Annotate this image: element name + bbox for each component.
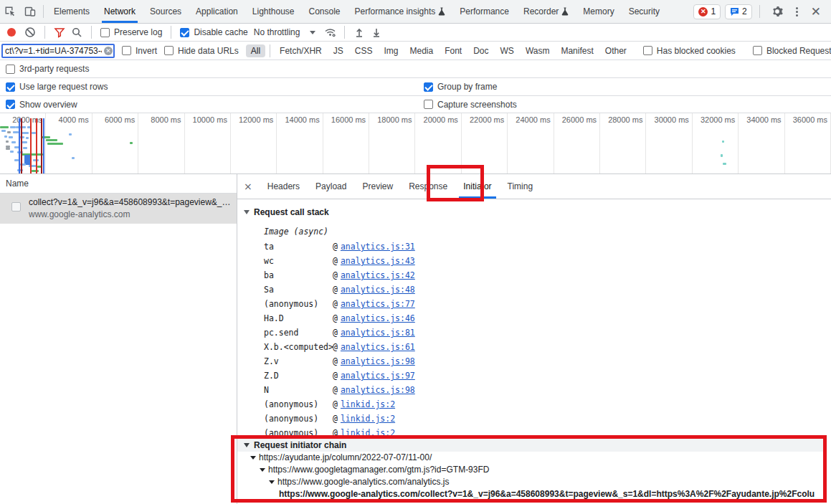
type-filter-css[interactable]: CSS bbox=[350, 44, 378, 57]
inspect-element-icon[interactable] bbox=[0, 2, 20, 21]
type-filter-doc[interactable]: Doc bbox=[468, 44, 493, 57]
frame-source-link[interactable]: analytics.js:31 bbox=[341, 239, 415, 254]
tab-memory[interactable]: Memory bbox=[576, 0, 621, 23]
record-network-log-button[interactable] bbox=[7, 28, 16, 37]
frame-source-link[interactable]: analytics.js:61 bbox=[341, 340, 415, 354]
frame-source-link[interactable]: analytics.js:97 bbox=[341, 369, 415, 383]
use-large-request-rows-option[interactable]: Use large request rows bbox=[6, 82, 108, 92]
group-by-frame-option[interactable]: Group by frame bbox=[424, 82, 497, 92]
frame-source-link[interactable]: analytics.js:42 bbox=[341, 268, 415, 282]
clear-network-log-icon[interactable] bbox=[24, 27, 36, 38]
filter-input[interactable] bbox=[1, 44, 115, 58]
tab-application[interactable]: Application bbox=[189, 0, 245, 23]
type-filter-media[interactable]: Media bbox=[404, 44, 438, 57]
third-party-requests-checkbox[interactable] bbox=[6, 65, 15, 74]
disable-cache-option[interactable]: Disable cache bbox=[180, 27, 247, 37]
tab-security[interactable]: Security bbox=[622, 0, 667, 23]
frame-source-link[interactable]: analytics.js:81 bbox=[341, 325, 415, 340]
hide-data-urls-checkbox[interactable] bbox=[164, 46, 174, 55]
export-har-icon[interactable] bbox=[371, 27, 382, 38]
frame-source-link[interactable]: analytics.js:98 bbox=[341, 354, 415, 369]
request-row-selected[interactable]: collect?v=1&_v=j96&a=458608993&t=pagevie… bbox=[0, 194, 237, 224]
show-overview-checkbox[interactable] bbox=[6, 100, 15, 109]
network-conditions-icon[interactable] bbox=[324, 27, 336, 38]
tab-performance[interactable]: Performance bbox=[452, 0, 516, 23]
tab-elements[interactable]: Elements bbox=[47, 0, 97, 23]
name-column-header[interactable]: Name bbox=[0, 174, 237, 194]
capture-screenshots-option[interactable]: Capture screenshots bbox=[424, 100, 517, 110]
hide-data-urls-option[interactable]: Hide data URLs bbox=[164, 46, 239, 56]
at-symbol: @ bbox=[333, 397, 338, 412]
tab-performance-insights[interactable]: Performance insights bbox=[348, 0, 453, 23]
frame-function: pc.send bbox=[264, 325, 333, 340]
network-overview-timeline[interactable]: 2000 ms4000 ms6000 ms8000 ms10000 ms1200… bbox=[0, 113, 831, 174]
type-filter-other[interactable]: Other bbox=[600, 44, 632, 57]
initiator-chain-header[interactable]: Request initiator chain bbox=[237, 439, 827, 452]
frame-source-link[interactable]: analytics.js:98 bbox=[341, 383, 415, 397]
frame-source-link[interactable]: analytics.js:46 bbox=[341, 311, 415, 325]
close-devtools-icon[interactable]: ✕ bbox=[807, 4, 825, 19]
third-party-requests-option[interactable]: 3rd-party requests bbox=[6, 64, 89, 74]
tab-network[interactable]: Network bbox=[97, 0, 143, 23]
frame-source-link[interactable]: analytics.js:48 bbox=[341, 282, 415, 297]
throttling-dropdown[interactable]: No throttling bbox=[254, 27, 316, 37]
tab-label: Performance insights bbox=[355, 0, 436, 23]
preserve-log-option[interactable]: Preserve log bbox=[100, 27, 162, 37]
more-options-kebab-icon[interactable] bbox=[792, 4, 802, 19]
details-tab-headers[interactable]: Headers bbox=[260, 174, 308, 199]
frame-source-link[interactable]: linkid.js:2 bbox=[341, 397, 395, 412]
type-filter-wasm[interactable]: Wasm bbox=[521, 44, 555, 57]
preserve-log-checkbox[interactable] bbox=[100, 28, 110, 37]
has-blocked-cookies-checkbox[interactable] bbox=[643, 46, 652, 55]
error-count-badge[interactable]: ✕ 1 bbox=[693, 4, 721, 19]
import-har-icon[interactable] bbox=[353, 27, 365, 38]
call-stack-header[interactable]: Request call stack bbox=[244, 207, 831, 217]
type-filter-img[interactable]: Img bbox=[379, 44, 403, 57]
settings-gear-icon[interactable] bbox=[767, 2, 787, 21]
frame-source-link[interactable]: linkid.js:2 bbox=[341, 412, 395, 426]
details-tab-preview[interactable]: Preview bbox=[354, 174, 401, 199]
type-filter-all[interactable]: All bbox=[246, 44, 265, 57]
frame-source-link[interactable]: analytics.js:43 bbox=[341, 254, 415, 268]
tab-lighthouse[interactable]: Lighthouse bbox=[245, 0, 302, 23]
type-filter-manifest[interactable]: Manifest bbox=[556, 44, 598, 57]
device-toolbar-icon[interactable] bbox=[20, 2, 40, 21]
frame-function: N bbox=[264, 383, 333, 397]
details-tab-response[interactable]: Response bbox=[401, 174, 455, 199]
type-filter-ws[interactable]: WS bbox=[495, 44, 519, 57]
type-filter-fetch-xhr[interactable]: Fetch/XHR bbox=[275, 44, 327, 57]
initiator-chain-item[interactable]: https://www.googletagmanager.com/gtm.js?… bbox=[237, 464, 827, 476]
initiator-chain-item-current[interactable]: https://www.google-analytics.com/collect… bbox=[237, 488, 827, 500]
waterfall-bar bbox=[723, 163, 726, 165]
stack-frame: ta@analytics.js:31 bbox=[264, 239, 831, 254]
timeline-tick: 18000 ms bbox=[369, 113, 415, 174]
group-by-frame-checkbox[interactable] bbox=[424, 82, 433, 92]
show-overview-option[interactable]: Show overview bbox=[6, 100, 77, 110]
use-large-request-rows-checkbox[interactable] bbox=[6, 82, 15, 92]
blocked-requests-checkbox[interactable] bbox=[753, 46, 762, 55]
invert-option[interactable]: Invert bbox=[122, 46, 157, 56]
has-blocked-cookies-option[interactable]: Has blocked cookies bbox=[643, 46, 736, 56]
frame-source-link[interactable]: analytics.js:77 bbox=[341, 297, 415, 311]
close-details-icon[interactable]: × bbox=[237, 181, 260, 192]
filter-funnel-icon[interactable] bbox=[54, 27, 65, 38]
initiator-chain-item[interactable]: https://www.google-analytics.com/analyti… bbox=[237, 476, 827, 488]
issues-count-badge[interactable]: 2 bbox=[725, 4, 752, 19]
details-tab-timing[interactable]: Timing bbox=[500, 174, 541, 199]
blocked-requests-option[interactable]: Blocked Requests bbox=[753, 46, 831, 56]
type-filter-font[interactable]: Font bbox=[440, 44, 467, 57]
initiator-chain-item[interactable]: https://ayudante.jp/column/2022-07-07/11… bbox=[237, 452, 827, 464]
disable-cache-checkbox[interactable] bbox=[180, 28, 189, 37]
clear-filter-icon[interactable]: ✕ bbox=[104, 47, 113, 55]
details-tab-initiator[interactable]: Initiator bbox=[455, 174, 499, 199]
capture-screenshots-checkbox[interactable] bbox=[424, 100, 433, 109]
timeline-tick: 14000 ms bbox=[277, 113, 323, 174]
search-icon[interactable] bbox=[71, 27, 82, 38]
tab-console[interactable]: Console bbox=[302, 0, 348, 23]
tab-recorder[interactable]: Recorder bbox=[516, 0, 576, 23]
stack-frame: wc@analytics.js:43 bbox=[264, 254, 831, 268]
details-tab-payload[interactable]: Payload bbox=[308, 174, 354, 199]
invert-checkbox[interactable] bbox=[122, 46, 131, 55]
type-filter-js[interactable]: JS bbox=[328, 44, 348, 57]
tab-sources[interactable]: Sources bbox=[143, 0, 189, 23]
